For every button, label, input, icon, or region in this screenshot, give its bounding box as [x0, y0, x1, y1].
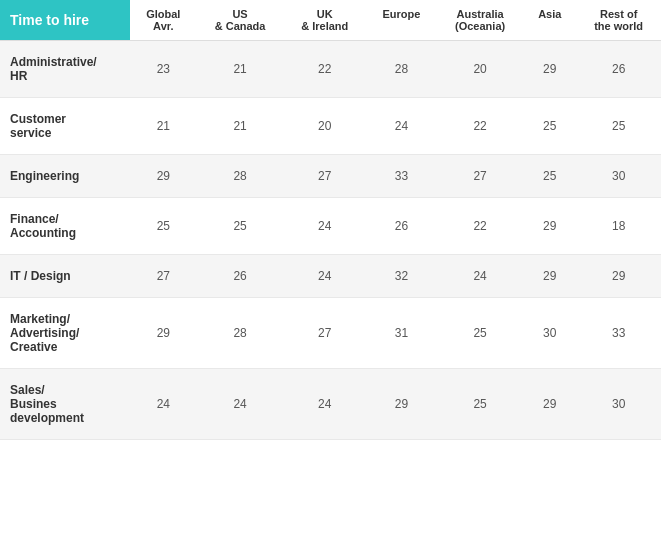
- row-global: 25: [130, 198, 197, 255]
- row-australia: 24: [437, 255, 523, 298]
- row-australia: 20: [437, 41, 523, 98]
- row-us_canada: 28: [197, 155, 284, 198]
- row-europe: 33: [366, 155, 437, 198]
- row-europe: 26: [366, 198, 437, 255]
- row-category: IT / Design: [0, 255, 130, 298]
- time-to-hire-table: Time to hire GlobalAvr. US& Canada UK& I…: [0, 0, 661, 440]
- table-row: IT / Design27262432242929: [0, 255, 661, 298]
- table-row: Sales/Businesdevelopment24242429252930: [0, 369, 661, 440]
- row-rest: 33: [576, 298, 661, 369]
- row-uk_ireland: 20: [284, 98, 366, 155]
- row-global: 21: [130, 98, 197, 155]
- row-australia: 22: [437, 198, 523, 255]
- row-rest: 30: [576, 369, 661, 440]
- row-global: 27: [130, 255, 197, 298]
- col-header-rest: Rest ofthe world: [576, 0, 661, 41]
- row-asia: 29: [523, 41, 576, 98]
- row-uk_ireland: 24: [284, 198, 366, 255]
- table-row: Customerservice21212024222525: [0, 98, 661, 155]
- row-europe: 29: [366, 369, 437, 440]
- row-europe: 31: [366, 298, 437, 369]
- row-asia: 29: [523, 255, 576, 298]
- row-asia: 25: [523, 155, 576, 198]
- table-row: Engineering29282733272530: [0, 155, 661, 198]
- row-us_canada: 21: [197, 41, 284, 98]
- row-category: Engineering: [0, 155, 130, 198]
- table-row: Marketing/Advertising/Creative2928273125…: [0, 298, 661, 369]
- row-category: Sales/Businesdevelopment: [0, 369, 130, 440]
- table-row: Finance/Accounting25252426222918: [0, 198, 661, 255]
- row-rest: 26: [576, 41, 661, 98]
- row-asia: 29: [523, 369, 576, 440]
- col-header-uk-ireland: UK& Ireland: [284, 0, 366, 41]
- row-australia: 27: [437, 155, 523, 198]
- table-row: Administrative/HR23212228202926: [0, 41, 661, 98]
- row-us_canada: 25: [197, 198, 284, 255]
- row-asia: 25: [523, 98, 576, 155]
- row-rest: 29: [576, 255, 661, 298]
- col-header-global: GlobalAvr.: [130, 0, 197, 41]
- row-europe: 28: [366, 41, 437, 98]
- row-europe: 32: [366, 255, 437, 298]
- row-category: Customerservice: [0, 98, 130, 155]
- row-uk_ireland: 22: [284, 41, 366, 98]
- col-header-australia: Australia(Oceania): [437, 0, 523, 41]
- row-us_canada: 21: [197, 98, 284, 155]
- row-uk_ireland: 24: [284, 369, 366, 440]
- col-header-us-canada: US& Canada: [197, 0, 284, 41]
- row-global: 29: [130, 298, 197, 369]
- row-asia: 30: [523, 298, 576, 369]
- row-australia: 25: [437, 369, 523, 440]
- row-global: 24: [130, 369, 197, 440]
- row-global: 23: [130, 41, 197, 98]
- row-asia: 29: [523, 198, 576, 255]
- row-uk_ireland: 27: [284, 298, 366, 369]
- row-rest: 18: [576, 198, 661, 255]
- row-uk_ireland: 27: [284, 155, 366, 198]
- row-australia: 22: [437, 98, 523, 155]
- col-header-asia: Asia: [523, 0, 576, 41]
- table-title: Time to hire: [0, 0, 130, 41]
- row-category: Administrative/HR: [0, 41, 130, 98]
- row-category: Finance/Accounting: [0, 198, 130, 255]
- row-us_canada: 28: [197, 298, 284, 369]
- row-rest: 30: [576, 155, 661, 198]
- row-uk_ireland: 24: [284, 255, 366, 298]
- row-us_canada: 26: [197, 255, 284, 298]
- row-europe: 24: [366, 98, 437, 155]
- row-category: Marketing/Advertising/Creative: [0, 298, 130, 369]
- col-header-europe: Europe: [366, 0, 437, 41]
- row-us_canada: 24: [197, 369, 284, 440]
- row-rest: 25: [576, 98, 661, 155]
- row-global: 29: [130, 155, 197, 198]
- row-australia: 25: [437, 298, 523, 369]
